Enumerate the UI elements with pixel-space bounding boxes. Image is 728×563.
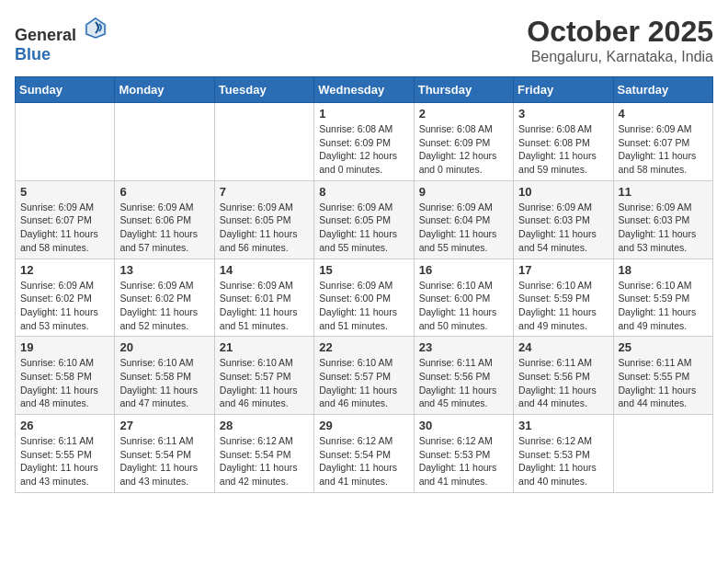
day-info: Sunrise: 6:11 AM Sunset: 5:55 PM Dayligh… xyxy=(20,434,109,488)
calendar-week-2: 5Sunrise: 6:09 AM Sunset: 6:07 PM Daylig… xyxy=(16,180,713,259)
location-title: Bengaluru, Karnataka, India xyxy=(527,49,713,65)
calendar-cell: 11Sunrise: 6:09 AM Sunset: 6:03 PM Dayli… xyxy=(613,180,712,259)
weekday-header-thursday: Thursday xyxy=(414,77,513,103)
calendar-cell: 9Sunrise: 6:09 AM Sunset: 6:04 PM Daylig… xyxy=(414,180,513,259)
day-number: 17 xyxy=(518,263,608,277)
logo: General Blue xyxy=(15,15,108,64)
day-number: 15 xyxy=(319,263,408,277)
day-number: 29 xyxy=(319,419,408,432)
calendar-cell: 7Sunrise: 6:09 AM Sunset: 6:05 PM Daylig… xyxy=(214,180,313,259)
day-number: 27 xyxy=(119,419,209,432)
day-info: Sunrise: 6:11 AM Sunset: 5:55 PM Dayligh… xyxy=(619,356,708,410)
day-number: 21 xyxy=(220,340,309,354)
day-info: Sunrise: 6:09 AM Sunset: 6:03 PM Dayligh… xyxy=(619,201,708,255)
day-info: Sunrise: 6:11 AM Sunset: 5:56 PM Dayligh… xyxy=(518,356,608,410)
calendar-cell: 3Sunrise: 6:08 AM Sunset: 6:08 PM Daylig… xyxy=(514,103,613,181)
day-number: 25 xyxy=(619,340,708,354)
calendar-week-1: 1Sunrise: 6:08 AM Sunset: 6:09 PM Daylig… xyxy=(16,103,713,181)
day-number: 13 xyxy=(119,263,209,277)
day-number: 8 xyxy=(319,185,408,199)
day-number: 23 xyxy=(419,340,508,354)
day-info: Sunrise: 6:10 AM Sunset: 5:58 PM Dayligh… xyxy=(119,356,209,410)
day-number: 3 xyxy=(518,107,608,121)
day-info: Sunrise: 6:09 AM Sunset: 6:03 PM Dayligh… xyxy=(518,201,608,255)
calendar-cell: 10Sunrise: 6:09 AM Sunset: 6:03 PM Dayli… xyxy=(514,180,613,259)
calendar-cell: 18Sunrise: 6:10 AM Sunset: 5:59 PM Dayli… xyxy=(613,259,712,337)
calendar-cell: 6Sunrise: 6:09 AM Sunset: 6:06 PM Daylig… xyxy=(115,180,214,259)
calendar-cell: 12Sunrise: 6:09 AM Sunset: 6:02 PM Dayli… xyxy=(16,259,115,337)
day-number: 11 xyxy=(619,185,708,199)
calendar-cell: 30Sunrise: 6:12 AM Sunset: 5:53 PM Dayli… xyxy=(414,415,513,493)
calendar-cell: 27Sunrise: 6:11 AM Sunset: 5:54 PM Dayli… xyxy=(115,415,214,493)
weekday-header-monday: Monday xyxy=(115,77,214,103)
day-number: 20 xyxy=(119,340,209,354)
day-number: 14 xyxy=(220,263,309,277)
calendar-cell: 29Sunrise: 6:12 AM Sunset: 5:54 PM Dayli… xyxy=(314,415,414,493)
day-number: 1 xyxy=(319,107,408,121)
day-info: Sunrise: 6:10 AM Sunset: 5:58 PM Dayligh… xyxy=(20,356,109,410)
logo-text: General Blue xyxy=(15,15,108,64)
weekday-header-saturday: Saturday xyxy=(613,77,712,103)
day-info: Sunrise: 6:09 AM Sunset: 6:07 PM Dayligh… xyxy=(619,122,708,177)
calendar-cell: 31Sunrise: 6:12 AM Sunset: 5:53 PM Dayli… xyxy=(514,415,613,493)
day-number: 9 xyxy=(419,185,508,199)
day-info: Sunrise: 6:08 AM Sunset: 6:09 PM Dayligh… xyxy=(319,122,408,177)
calendar-week-4: 19Sunrise: 6:10 AM Sunset: 5:58 PM Dayli… xyxy=(16,337,713,415)
calendar-cell: 14Sunrise: 6:09 AM Sunset: 6:01 PM Dayli… xyxy=(214,259,313,337)
calendar-cell: 19Sunrise: 6:10 AM Sunset: 5:58 PM Dayli… xyxy=(16,337,115,415)
day-info: Sunrise: 6:09 AM Sunset: 6:04 PM Dayligh… xyxy=(419,201,508,255)
calendar-cell xyxy=(16,103,115,181)
day-info: Sunrise: 6:10 AM Sunset: 5:57 PM Dayligh… xyxy=(220,356,309,410)
day-number: 24 xyxy=(518,340,608,354)
day-info: Sunrise: 6:08 AM Sunset: 6:09 PM Dayligh… xyxy=(419,122,508,177)
weekday-header-tuesday: Tuesday xyxy=(214,77,313,103)
day-number: 5 xyxy=(20,185,109,199)
day-info: Sunrise: 6:09 AM Sunset: 6:02 PM Dayligh… xyxy=(20,279,109,333)
day-info: Sunrise: 6:10 AM Sunset: 5:59 PM Dayligh… xyxy=(619,279,708,333)
day-info: Sunrise: 6:10 AM Sunset: 5:57 PM Dayligh… xyxy=(319,356,408,410)
calendar-cell: 8Sunrise: 6:09 AM Sunset: 6:05 PM Daylig… xyxy=(314,180,414,259)
logo-blue: Blue xyxy=(15,45,51,63)
day-info: Sunrise: 6:12 AM Sunset: 5:54 PM Dayligh… xyxy=(220,434,309,488)
day-number: 4 xyxy=(619,107,708,121)
weekday-header-sunday: Sunday xyxy=(16,77,115,103)
day-info: Sunrise: 6:09 AM Sunset: 6:05 PM Dayligh… xyxy=(319,201,408,255)
day-info: Sunrise: 6:11 AM Sunset: 5:54 PM Dayligh… xyxy=(119,434,209,488)
day-info: Sunrise: 6:12 AM Sunset: 5:53 PM Dayligh… xyxy=(419,434,508,488)
weekday-header-friday: Friday xyxy=(514,77,613,103)
day-info: Sunrise: 6:09 AM Sunset: 6:06 PM Dayligh… xyxy=(119,201,209,255)
calendar-cell: 2Sunrise: 6:08 AM Sunset: 6:09 PM Daylig… xyxy=(414,103,513,181)
logo-general: General xyxy=(15,26,76,44)
day-info: Sunrise: 6:11 AM Sunset: 5:56 PM Dayligh… xyxy=(419,356,508,410)
calendar-cell: 23Sunrise: 6:11 AM Sunset: 5:56 PM Dayli… xyxy=(414,337,513,415)
day-number: 22 xyxy=(319,340,408,354)
calendar-cell xyxy=(613,415,712,493)
title-block: October 2025 Bengaluru, Karnataka, India xyxy=(527,15,713,65)
day-number: 28 xyxy=(220,419,309,432)
calendar-cell: 17Sunrise: 6:10 AM Sunset: 5:59 PM Dayli… xyxy=(514,259,613,337)
day-number: 19 xyxy=(20,340,109,354)
day-info: Sunrise: 6:09 AM Sunset: 6:05 PM Dayligh… xyxy=(220,201,309,255)
day-number: 6 xyxy=(119,185,209,199)
day-number: 10 xyxy=(518,185,608,199)
calendar-cell: 1Sunrise: 6:08 AM Sunset: 6:09 PM Daylig… xyxy=(314,103,414,181)
calendar-cell: 25Sunrise: 6:11 AM Sunset: 5:55 PM Dayli… xyxy=(613,337,712,415)
day-number: 18 xyxy=(619,263,708,277)
day-info: Sunrise: 6:08 AM Sunset: 6:08 PM Dayligh… xyxy=(518,122,608,177)
calendar-cell: 22Sunrise: 6:10 AM Sunset: 5:57 PM Dayli… xyxy=(314,337,414,415)
day-number: 30 xyxy=(419,419,508,432)
calendar-cell: 21Sunrise: 6:10 AM Sunset: 5:57 PM Dayli… xyxy=(214,337,313,415)
day-info: Sunrise: 6:12 AM Sunset: 5:53 PM Dayligh… xyxy=(518,434,608,488)
day-info: Sunrise: 6:12 AM Sunset: 5:54 PM Dayligh… xyxy=(319,434,408,488)
day-number: 12 xyxy=(20,263,109,277)
day-info: Sunrise: 6:09 AM Sunset: 6:00 PM Dayligh… xyxy=(319,279,408,333)
day-number: 31 xyxy=(518,419,608,432)
day-info: Sunrise: 6:10 AM Sunset: 6:00 PM Dayligh… xyxy=(419,279,508,333)
calendar-week-5: 26Sunrise: 6:11 AM Sunset: 5:55 PM Dayli… xyxy=(16,415,713,493)
calendar-cell: 15Sunrise: 6:09 AM Sunset: 6:00 PM Dayli… xyxy=(314,259,414,337)
calendar-week-3: 12Sunrise: 6:09 AM Sunset: 6:02 PM Dayli… xyxy=(16,259,713,337)
calendar-cell: 28Sunrise: 6:12 AM Sunset: 5:54 PM Dayli… xyxy=(214,415,313,493)
calendar-cell: 5Sunrise: 6:09 AM Sunset: 6:07 PM Daylig… xyxy=(16,180,115,259)
day-info: Sunrise: 6:09 AM Sunset: 6:01 PM Dayligh… xyxy=(220,279,309,333)
month-title: October 2025 xyxy=(527,15,713,49)
